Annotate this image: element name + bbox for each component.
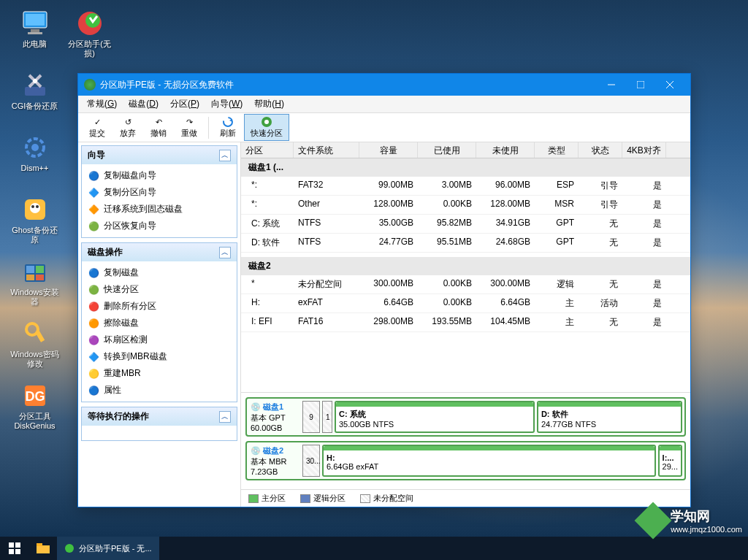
desktop-icon-dism[interactable]: Dism++ [7,131,62,190]
sidebar-item-wipe-disk[interactable]: 🟠擦除磁盘 [85,315,234,331]
col-type[interactable]: 类型 [535,142,579,158]
desktop-icon-diskgenius[interactable]: DG 分区工具DiskGenius [7,380,62,438]
partition-block[interactable]: 30... [302,445,320,477]
cgi-backup-icon [20,71,50,100]
col-status[interactable]: 状态 [579,142,622,158]
col-partition[interactable]: 分区 [241,142,294,158]
app-window: 分区助手PE版 - 无损分区免费软件 常规(G) 磁盘(D) 分区(P) 向导(… [77,73,691,507]
partition-block[interactable]: I:...29... [658,445,682,477]
disk-header[interactable]: 磁盘1 (... [241,158,690,177]
taskbar-active-app[interactable]: 分区助手PE版 - 无... [57,537,159,560]
redo-button[interactable]: ↷重做 [175,114,204,141]
sidebar-item-copy-disk[interactable]: 🔵复制磁盘 [85,264,234,281]
svg-point-11 [30,203,40,213]
collapse-icon[interactable]: ︿ [219,150,231,161]
sidebar-item-properties[interactable]: 🔵属性 [85,382,234,399]
menu-wizard[interactable]: 向导(W) [205,98,248,110]
bad-sector-icon: 🟣 [88,334,99,346]
commit-icon: ✓ [91,116,103,128]
disk-header[interactable]: 磁盘2 [241,257,690,275]
menu-disk[interactable]: 磁盘(D) [123,98,164,110]
panel-wizard: 向导︿ 🔵复制磁盘向导 🔷复制分区向导 🔶迁移系统到固态磁盘 🟢分区恢复向导 [81,145,237,238]
collapse-icon[interactable]: ︿ [219,411,231,423]
svg-rect-36 [37,543,42,546]
col-free[interactable]: 未使用 [476,142,535,158]
sidebar-item-rebuild-mbr[interactable]: 🟡重建MBR [85,365,234,382]
svg-point-30 [264,120,269,124]
maximize-button[interactable] [626,74,655,96]
svg-rect-6 [25,87,45,96]
sidebar-item-copy-partition-wizard[interactable]: 🔷复制分区向导 [85,184,234,201]
table-row[interactable]: C: 系统NTFS35.00GB95.82MB34.91GBGPT无是 [241,215,690,234]
table-row[interactable]: *:FAT3299.00MB3.00MB96.00MBESP引导是 [241,177,690,196]
desktop-icon-win-password[interactable]: Windows密码修改 [7,318,62,376]
panel-header-disk-ops[interactable]: 磁盘操作︿ [82,243,237,261]
computer-icon [20,9,50,38]
table-row[interactable]: D: 软件NTFS24.77GB95.51MB24.68GBGPT无是 [241,234,690,253]
partition-block[interactable]: 9 [302,401,320,433]
sidebar-item-migrate-ssd[interactable]: 🔶迁移系统到固态磁盘 [85,201,234,218]
refresh-button[interactable]: 刷新 [213,114,243,141]
undo-icon: ↶ [153,116,164,128]
disk-bar[interactable]: 💿 磁盘2基本 MBR7.23GB30...H:6.64GB exFATI:..… [245,441,686,480]
svg-rect-18 [36,275,44,280]
svg-rect-34 [15,549,20,554]
desktop-icon-cgi-backup[interactable]: CGI备份还原 [7,69,62,128]
collapse-icon[interactable]: ︿ [219,247,231,258]
sidebar-item-recover-wizard[interactable]: 🟢分区恢复向导 [85,218,234,234]
sidebar-item-bad-sector[interactable]: 🟣坏扇区检测 [85,331,234,348]
desktop-icon-label: Ghost备份还原 [9,226,61,245]
migrate-icon: 🔶 [88,204,99,215]
menu-partition[interactable]: 分区(P) [164,98,205,110]
sidebar-item-convert-mbr[interactable]: 🔷转换到MBR磁盘 [85,348,234,365]
commit-button[interactable]: ✓提交 [83,114,112,141]
close-button[interactable] [655,74,684,96]
titlebar[interactable]: 分区助手PE版 - 无损分区免费软件 [78,74,690,96]
panel-header-wizard[interactable]: 向导︿ [82,146,237,164]
ghost-icon [20,195,50,224]
discard-button[interactable]: ↺放弃 [113,114,142,141]
desktop-icon-win-installer[interactable]: Windows安装器 [7,256,62,314]
taskbar-explorer[interactable] [29,537,57,560]
minimize-button[interactable] [597,74,626,96]
quick-partition-icon [261,116,272,128]
partition-block[interactable]: D: 软件24.77GB NTFS [537,401,682,433]
start-button[interactable] [0,537,29,560]
col-size[interactable]: 容量 [359,142,418,158]
sidebar-item-copy-disk-wizard[interactable]: 🔵复制磁盘向导 [85,167,234,184]
svg-point-13 [36,205,39,208]
svg-text:DG: DG [25,389,45,404]
undo-button[interactable]: ↶撤销 [144,114,173,141]
menu-help[interactable]: 帮助(H) [248,98,290,110]
desktop-icon-ghost[interactable]: Ghost备份还原 [7,193,62,252]
col-align[interactable]: 4KB对齐 [622,142,666,158]
partition-block[interactable]: C: 系统35.00GB NTFS [335,401,535,433]
table-row[interactable]: H:exFAT6.64GB0.00KB6.64GB主活动是 [241,294,690,313]
sidebar-item-delete-all[interactable]: 🔴删除所有分区 [85,298,234,315]
panel-header-pending[interactable]: 等待执行的操作︿ [82,407,237,426]
svg-rect-32 [15,542,20,548]
partition-assistant-icon [75,9,104,38]
col-filesystem[interactable]: 文件系统 [294,142,359,158]
table-row[interactable]: *未分配空间300.00MB0.00KB300.00MB逻辑无是 [241,275,690,294]
app-icon [84,79,96,91]
disk-visual: 💿 磁盘1基本 GPT60.00GB91C: 系统35.00GB NTFSD: … [241,392,690,489]
menu-general[interactable]: 常规(G) [81,98,123,110]
desktop-icon-label: Windows密码修改 [9,350,61,369]
svg-rect-33 [9,549,14,554]
folder-icon [37,543,50,553]
col-used[interactable]: 已使用 [418,142,476,158]
table-row[interactable]: I: EFIFAT16298.00MB193.55MB104.45MB主无是 [241,313,690,332]
desktop-icon-label: 分区工具DiskGenius [9,412,61,431]
partition-block[interactable]: H:6.64GB exFAT [322,445,656,477]
quick-partition-button[interactable]: 快速分区 [244,114,289,141]
dism-icon [20,133,50,162]
desktop-icon-partition-assistant[interactable]: 分区助手(无损) [62,7,117,66]
disk-bar[interactable]: 💿 磁盘1基本 GPT60.00GB91C: 系统35.00GB NTFSD: … [245,397,686,437]
legend-logical-box [300,494,310,503]
legend-unallocated-box [360,494,370,503]
sidebar-item-quick-partition[interactable]: 🟢快速分区 [85,281,234,298]
table-row[interactable]: *:Other128.00MB0.00KB128.00MBMSR引导是 [241,196,690,215]
desktop-icon-computer[interactable]: 此电脑 [7,7,62,66]
partition-block[interactable]: 1 [322,401,332,433]
